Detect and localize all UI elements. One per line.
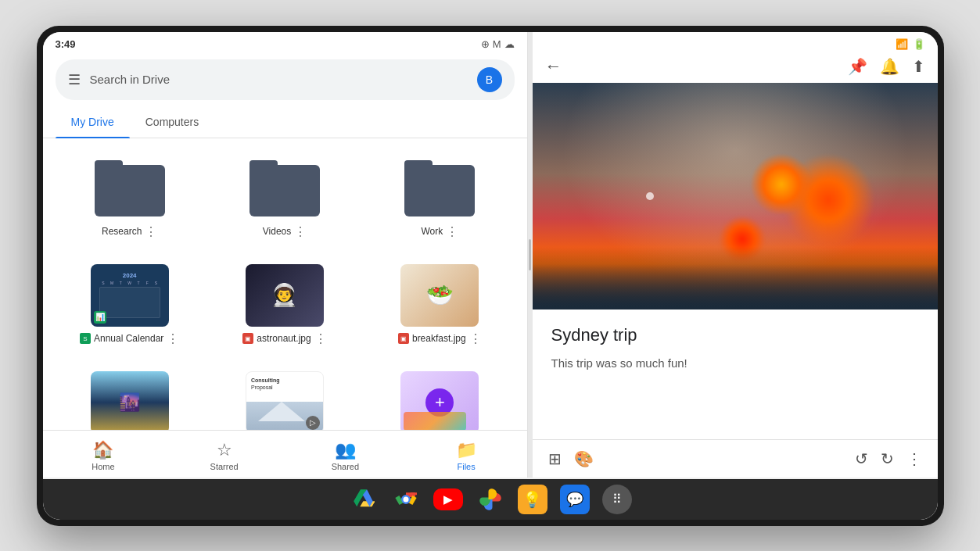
hero-background xyxy=(533,83,938,309)
wifi-icon: 📶 xyxy=(896,38,908,50)
files-grid-row1: 2024 S M T W T F S xyxy=(56,258,515,352)
file-calendar-label: Annual Calendar xyxy=(94,333,163,344)
folder-work[interactable]: Work ⋮ xyxy=(365,151,514,245)
notes-status-bar: 📶 🔋 xyxy=(533,32,938,53)
archive-button[interactable]: ⬆ xyxy=(912,57,925,76)
file-astronaut-label: astronaut.jpg xyxy=(257,333,311,344)
starred-icon: ☆ xyxy=(217,440,232,460)
taskbar-photos[interactable] xyxy=(476,485,505,514)
note-content: Sydney trip This trip was so much fun! xyxy=(533,309,938,439)
taskbar-messages[interactable]: 💬 xyxy=(560,485,590,514)
drive-status-icons: ⊕ M ☁ xyxy=(481,38,515,50)
folder-research-label: Research xyxy=(102,226,142,237)
more-options-button[interactable]: ⋮ xyxy=(903,446,925,471)
note-body[interactable]: This trip was so much fun! xyxy=(551,355,919,373)
add-file-thumb: + xyxy=(400,371,479,430)
breakfast-thumb: 🥗 xyxy=(400,264,479,327)
consulting-play-icon: ▷ xyxy=(306,416,320,430)
taskbar-all-apps[interactable]: ⠿ xyxy=(602,485,632,514)
nav-files[interactable]: 📁 Files xyxy=(406,437,527,474)
back-button[interactable]: ← xyxy=(545,56,562,77)
palette-button[interactable]: 🎨 xyxy=(571,446,597,471)
file-breakfast[interactable]: 🥗 ▣ breakfast.jpg ⋮ xyxy=(365,258,514,352)
city-thumb: 🌆 xyxy=(91,371,169,430)
tablet-screen: 3:49 ⊕ M ☁ ☰ Search in Drive B xyxy=(43,32,938,520)
folder-research[interactable]: Research ⋮ xyxy=(56,151,204,245)
file-astronaut-more-icon[interactable]: ⋮ xyxy=(314,331,327,346)
drive-bottom-nav: 🏠 Home ☆ Starred 👥 Shared 📁 Files xyxy=(43,430,527,478)
nav-files-label: Files xyxy=(458,462,476,471)
add-item-button[interactable]: ⊞ xyxy=(545,446,565,471)
nav-home[interactable]: 🏠 Home xyxy=(43,437,164,474)
files-grid-row2: 🌆 city.jpg xyxy=(56,365,515,430)
taskbar: ▶ 💡 💬 ⠿ xyxy=(43,479,938,520)
folder-research-more-icon[interactable]: ⋮ xyxy=(145,224,157,239)
image-icon-2: ▣ xyxy=(398,333,409,344)
file-calendar-more-icon[interactable]: ⋮ xyxy=(167,331,179,346)
drive-svg xyxy=(353,488,375,510)
undo-button[interactable]: ↺ xyxy=(852,446,871,471)
search-label[interactable]: Search in Drive xyxy=(90,73,468,86)
drive-search-bar[interactable]: ☰ Search in Drive B xyxy=(56,59,515,100)
file-annual-calendar[interactable]: 2024 S M T W T F S xyxy=(56,258,204,352)
note-title[interactable]: Sydney trip xyxy=(551,325,919,345)
shared-icon: 👥 xyxy=(335,440,356,460)
drive-tabs: My Drive Computers xyxy=(43,106,527,138)
chrome-svg xyxy=(395,488,417,510)
tab-computers[interactable]: Computers xyxy=(130,106,214,138)
folder-work-label: Work xyxy=(421,226,443,237)
photos-svg xyxy=(479,488,502,511)
sheets-icon: S xyxy=(80,333,91,344)
menu-icon[interactable]: ☰ xyxy=(68,71,81,88)
notes-action-buttons: 📌 🔔 ⬆ xyxy=(848,57,925,76)
folder-work-more-icon[interactable]: ⋮ xyxy=(446,224,458,239)
note-hero-image xyxy=(533,83,938,309)
gmail-icon: M xyxy=(493,38,501,50)
drive-content: Research ⋮ xyxy=(43,138,527,430)
redo-button[interactable]: ↻ xyxy=(878,446,897,471)
astronaut-thumb: 👨‍🚀 xyxy=(246,264,324,327)
tablet-device: 3:49 ⊕ M ☁ ☰ Search in Drive B xyxy=(37,26,944,526)
reminder-button[interactable]: 🔔 xyxy=(880,57,899,76)
apps-grid-icon: ⠿ xyxy=(612,492,622,506)
youtube-play-icon: ▶ xyxy=(443,493,452,506)
drive-status-bar: 3:49 ⊕ M ☁ xyxy=(43,32,527,53)
divider-handle xyxy=(529,239,531,270)
taskbar-drive[interactable] xyxy=(349,485,379,514)
taskbar-youtube[interactable]: ▶ xyxy=(433,488,463,510)
folder-work-thumb xyxy=(400,157,479,220)
files-icon: 📁 xyxy=(456,440,477,460)
cloud-icon: ☁ xyxy=(504,38,515,50)
file-city[interactable]: 🌆 city.jpg xyxy=(56,365,204,430)
folder-videos[interactable]: Videos ⋮ xyxy=(210,151,359,245)
image-icon-1: ▣ xyxy=(242,333,253,344)
user-avatar[interactable]: B xyxy=(477,67,502,92)
file-breakfast-label: breakfast.jpg xyxy=(412,333,466,344)
annual-calendar-thumb: 2024 S M T W T F S xyxy=(91,264,169,327)
file-add[interactable]: + xyxy=(365,365,514,430)
battery-icon: 🔋 xyxy=(913,38,925,50)
consulting-thumb: ConsultingProposal ▷ xyxy=(246,371,324,430)
taskbar-keep[interactable]: 💡 xyxy=(518,485,547,514)
location-icon: ⊕ xyxy=(481,38,490,50)
folder-research-thumb xyxy=(91,157,169,220)
split-view: 3:49 ⊕ M ☁ ☰ Search in Drive B xyxy=(43,32,938,478)
taskbar-chrome[interactable] xyxy=(391,485,421,514)
tab-my-drive[interactable]: My Drive xyxy=(56,106,130,138)
folders-grid: Research ⋮ xyxy=(56,151,515,245)
folder-videos-more-icon[interactable]: ⋮ xyxy=(294,224,307,239)
svg-point-4 xyxy=(403,496,408,502)
notes-bottom-toolbar: ⊞ 🎨 ↺ ↻ ⋮ xyxy=(533,439,938,478)
file-consulting[interactable]: ConsultingProposal ▷ Consulting Proposal xyxy=(210,365,359,430)
file-astronaut[interactable]: 👨‍🚀 ▣ astronaut.jpg ⋮ xyxy=(210,258,359,352)
sheets-badge: 📊 xyxy=(94,311,106,324)
status-time: 3:49 xyxy=(56,38,76,50)
pin-button[interactable]: 📌 xyxy=(848,57,867,76)
file-breakfast-more-icon[interactable]: ⋮ xyxy=(469,331,482,346)
messages-icon: 💬 xyxy=(566,491,583,508)
nav-shared[interactable]: 👥 Shared xyxy=(285,437,406,474)
nav-starred-label: Starred xyxy=(210,462,239,471)
nav-shared-label: Shared xyxy=(332,462,359,471)
image-dot-indicator xyxy=(646,192,654,200)
nav-starred[interactable]: ☆ Starred xyxy=(163,437,285,474)
